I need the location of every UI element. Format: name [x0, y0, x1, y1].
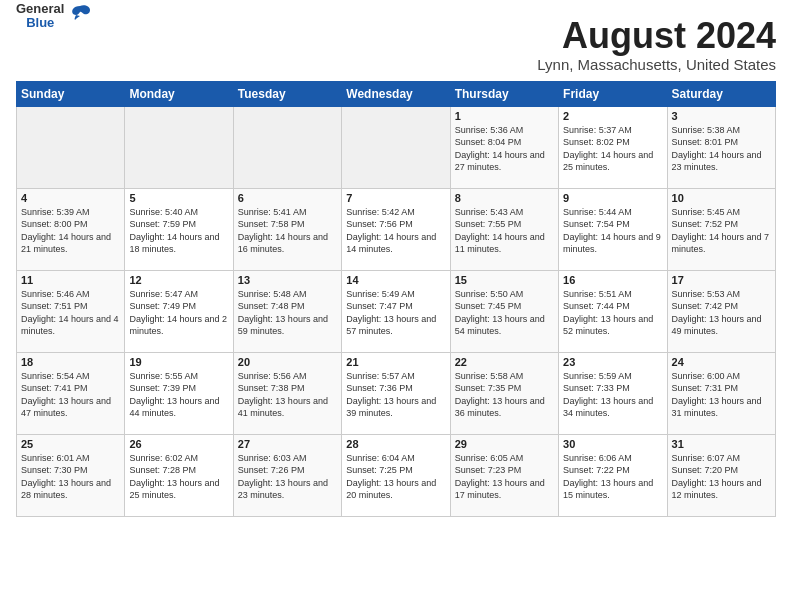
day-number: 8 — [455, 192, 554, 204]
calendar-cell: 13Sunrise: 5:48 AM Sunset: 7:48 PM Dayli… — [233, 270, 341, 352]
calendar-cell: 2Sunrise: 5:37 AM Sunset: 8:02 PM Daylig… — [559, 106, 667, 188]
day-info: Sunrise: 5:56 AM Sunset: 7:38 PM Dayligh… — [238, 370, 337, 420]
calendar-cell: 23Sunrise: 5:59 AM Sunset: 7:33 PM Dayli… — [559, 352, 667, 434]
day-number: 25 — [21, 438, 120, 450]
day-info: Sunrise: 5:44 AM Sunset: 7:54 PM Dayligh… — [563, 206, 662, 256]
day-info: Sunrise: 5:37 AM Sunset: 8:02 PM Dayligh… — [563, 124, 662, 174]
calendar-cell: 21Sunrise: 5:57 AM Sunset: 7:36 PM Dayli… — [342, 352, 450, 434]
calendar-cell: 28Sunrise: 6:04 AM Sunset: 7:25 PM Dayli… — [342, 434, 450, 516]
calendar-cell: 31Sunrise: 6:07 AM Sunset: 7:20 PM Dayli… — [667, 434, 775, 516]
calendar-cell: 6Sunrise: 5:41 AM Sunset: 7:58 PM Daylig… — [233, 188, 341, 270]
calendar-cell: 9Sunrise: 5:44 AM Sunset: 7:54 PM Daylig… — [559, 188, 667, 270]
day-info: Sunrise: 5:41 AM Sunset: 7:58 PM Dayligh… — [238, 206, 337, 256]
day-number: 28 — [346, 438, 445, 450]
day-number: 26 — [129, 438, 228, 450]
day-number: 23 — [563, 356, 662, 368]
day-number: 14 — [346, 274, 445, 286]
calendar-cell: 4Sunrise: 5:39 AM Sunset: 8:00 PM Daylig… — [17, 188, 125, 270]
logo-blue: Blue — [16, 16, 64, 30]
calendar-cell: 27Sunrise: 6:03 AM Sunset: 7:26 PM Dayli… — [233, 434, 341, 516]
calendar-header: August 2024 Lynn, Massachusetts, United … — [16, 16, 776, 73]
day-info: Sunrise: 6:00 AM Sunset: 7:31 PM Dayligh… — [672, 370, 771, 420]
calendar-cell — [342, 106, 450, 188]
calendar-cell: 30Sunrise: 6:06 AM Sunset: 7:22 PM Dayli… — [559, 434, 667, 516]
calendar-table: Sunday Monday Tuesday Wednesday Thursday… — [16, 81, 776, 517]
day-number: 12 — [129, 274, 228, 286]
day-number: 6 — [238, 192, 337, 204]
calendar-cell: 19Sunrise: 5:55 AM Sunset: 7:39 PM Dayli… — [125, 352, 233, 434]
calendar-cell: 26Sunrise: 6:02 AM Sunset: 7:28 PM Dayli… — [125, 434, 233, 516]
day-number: 2 — [563, 110, 662, 122]
calendar-cell: 3Sunrise: 5:38 AM Sunset: 8:01 PM Daylig… — [667, 106, 775, 188]
day-info: Sunrise: 5:54 AM Sunset: 7:41 PM Dayligh… — [21, 370, 120, 420]
day-info: Sunrise: 5:38 AM Sunset: 8:01 PM Dayligh… — [672, 124, 771, 174]
day-number: 10 — [672, 192, 771, 204]
calendar-cell: 14Sunrise: 5:49 AM Sunset: 7:47 PM Dayli… — [342, 270, 450, 352]
month-title: August 2024 — [16, 16, 776, 56]
calendar-cell: 20Sunrise: 5:56 AM Sunset: 7:38 PM Dayli… — [233, 352, 341, 434]
day-info: Sunrise: 5:53 AM Sunset: 7:42 PM Dayligh… — [672, 288, 771, 338]
day-number: 1 — [455, 110, 554, 122]
day-info: Sunrise: 5:40 AM Sunset: 7:59 PM Dayligh… — [129, 206, 228, 256]
day-number: 3 — [672, 110, 771, 122]
calendar-cell: 24Sunrise: 6:00 AM Sunset: 7:31 PM Dayli… — [667, 352, 775, 434]
col-saturday: Saturday — [667, 81, 775, 106]
col-thursday: Thursday — [450, 81, 558, 106]
day-number: 15 — [455, 274, 554, 286]
day-number: 13 — [238, 274, 337, 286]
logo-bird-icon — [66, 0, 94, 32]
day-number: 4 — [21, 192, 120, 204]
day-number: 22 — [455, 356, 554, 368]
logo: General Blue — [16, 0, 94, 32]
day-info: Sunrise: 5:55 AM Sunset: 7:39 PM Dayligh… — [129, 370, 228, 420]
day-number: 11 — [21, 274, 120, 286]
calendar-cell: 1Sunrise: 5:36 AM Sunset: 8:04 PM Daylig… — [450, 106, 558, 188]
calendar-cell: 29Sunrise: 6:05 AM Sunset: 7:23 PM Dayli… — [450, 434, 558, 516]
day-number: 27 — [238, 438, 337, 450]
calendar-cell: 17Sunrise: 5:53 AM Sunset: 7:42 PM Dayli… — [667, 270, 775, 352]
calendar-cell: 7Sunrise: 5:42 AM Sunset: 7:56 PM Daylig… — [342, 188, 450, 270]
day-number: 18 — [21, 356, 120, 368]
day-info: Sunrise: 5:49 AM Sunset: 7:47 PM Dayligh… — [346, 288, 445, 338]
day-info: Sunrise: 5:43 AM Sunset: 7:55 PM Dayligh… — [455, 206, 554, 256]
calendar-cell: 8Sunrise: 5:43 AM Sunset: 7:55 PM Daylig… — [450, 188, 558, 270]
col-sunday: Sunday — [17, 81, 125, 106]
calendar-cell — [125, 106, 233, 188]
calendar-cell — [233, 106, 341, 188]
day-number: 7 — [346, 192, 445, 204]
day-info: Sunrise: 5:57 AM Sunset: 7:36 PM Dayligh… — [346, 370, 445, 420]
day-number: 20 — [238, 356, 337, 368]
day-info: Sunrise: 6:01 AM Sunset: 7:30 PM Dayligh… — [21, 452, 120, 502]
col-monday: Monday — [125, 81, 233, 106]
day-info: Sunrise: 5:46 AM Sunset: 7:51 PM Dayligh… — [21, 288, 120, 338]
col-tuesday: Tuesday — [233, 81, 341, 106]
calendar-cell: 25Sunrise: 6:01 AM Sunset: 7:30 PM Dayli… — [17, 434, 125, 516]
day-info: Sunrise: 5:48 AM Sunset: 7:48 PM Dayligh… — [238, 288, 337, 338]
day-info: Sunrise: 5:59 AM Sunset: 7:33 PM Dayligh… — [563, 370, 662, 420]
day-info: Sunrise: 5:47 AM Sunset: 7:49 PM Dayligh… — [129, 288, 228, 338]
day-info: Sunrise: 6:04 AM Sunset: 7:25 PM Dayligh… — [346, 452, 445, 502]
day-info: Sunrise: 6:07 AM Sunset: 7:20 PM Dayligh… — [672, 452, 771, 502]
calendar-cell: 10Sunrise: 5:45 AM Sunset: 7:52 PM Dayli… — [667, 188, 775, 270]
calendar-cell: 11Sunrise: 5:46 AM Sunset: 7:51 PM Dayli… — [17, 270, 125, 352]
calendar-cell: 15Sunrise: 5:50 AM Sunset: 7:45 PM Dayli… — [450, 270, 558, 352]
day-number: 17 — [672, 274, 771, 286]
day-number: 9 — [563, 192, 662, 204]
calendar-cell: 12Sunrise: 5:47 AM Sunset: 7:49 PM Dayli… — [125, 270, 233, 352]
calendar-cell: 22Sunrise: 5:58 AM Sunset: 7:35 PM Dayli… — [450, 352, 558, 434]
location: Lynn, Massachusetts, United States — [16, 56, 776, 73]
day-info: Sunrise: 5:51 AM Sunset: 7:44 PM Dayligh… — [563, 288, 662, 338]
day-number: 5 — [129, 192, 228, 204]
day-number: 30 — [563, 438, 662, 450]
day-info: Sunrise: 5:45 AM Sunset: 7:52 PM Dayligh… — [672, 206, 771, 256]
day-number: 16 — [563, 274, 662, 286]
day-info: Sunrise: 6:02 AM Sunset: 7:28 PM Dayligh… — [129, 452, 228, 502]
day-number: 21 — [346, 356, 445, 368]
day-number: 19 — [129, 356, 228, 368]
col-friday: Friday — [559, 81, 667, 106]
col-wednesday: Wednesday — [342, 81, 450, 106]
day-number: 24 — [672, 356, 771, 368]
day-info: Sunrise: 5:39 AM Sunset: 8:00 PM Dayligh… — [21, 206, 120, 256]
calendar-cell: 18Sunrise: 5:54 AM Sunset: 7:41 PM Dayli… — [17, 352, 125, 434]
calendar-cell — [17, 106, 125, 188]
